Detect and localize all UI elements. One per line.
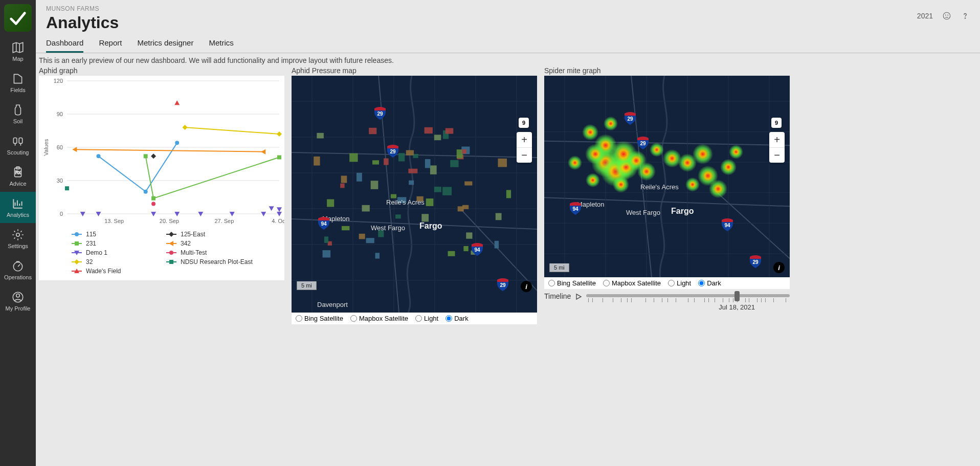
- svg-text:Multi-Test: Multi-Test: [181, 249, 207, 256]
- basemap-option-dark[interactable]: Dark: [698, 279, 721, 287]
- zoom-control: + −: [769, 132, 785, 163]
- svg-rect-98: [340, 184, 344, 188]
- svg-rect-88: [450, 160, 458, 167]
- nav-item-my-profile[interactable]: My Profile: [0, 285, 36, 317]
- nav-item-analytics[interactable]: Analytics: [0, 192, 36, 223]
- svg-point-5: [16, 233, 20, 237]
- svg-rect-103: [323, 250, 331, 257]
- map-info-button[interactable]: i: [521, 281, 532, 292]
- face-icon[interactable]: [942, 11, 951, 20]
- tab-report[interactable]: Report: [99, 38, 122, 53]
- interstate-shield-icon: 29: [373, 106, 387, 120]
- tab-metrics[interactable]: Metrics: [209, 38, 233, 53]
- year-selector[interactable]: 2021: [917, 12, 933, 20]
- interstate-shield-icon: 94: [569, 202, 582, 215]
- interstate-shield-icon: 29: [623, 112, 637, 125]
- svg-point-6: [13, 262, 22, 271]
- svg-text:29: 29: [500, 282, 506, 288]
- tab-metrics-designer[interactable]: Metrics designer: [137, 38, 193, 53]
- basemap-selector: Bing SatelliteMapbox SatelliteLightDark: [544, 277, 790, 289]
- spider-mite-map[interactable]: 9 + − 5 mi i Fargo West Fargo Mapleton R…: [544, 76, 790, 277]
- main: MUNSON FARMS Analytics 2021 DashboardRep…: [36, 0, 980, 466]
- svg-rect-77: [327, 199, 334, 207]
- svg-point-34: [151, 202, 155, 206]
- aphid-map[interactable]: 9 + − 5 mi i Fargo West Fargo Mapleton R…: [292, 76, 537, 313]
- nav-item-soil[interactable]: Soil: [0, 98, 36, 129]
- timeline-track[interactable]: Jul 18, 2021: [586, 291, 790, 309]
- svg-point-164: [729, 145, 743, 159]
- tab-dashboard[interactable]: Dashboard: [46, 38, 83, 53]
- svg-point-11: [948, 15, 948, 15]
- svg-rect-35: [65, 186, 69, 190]
- zoom-out-button[interactable]: −: [769, 147, 785, 163]
- svg-text:29: 29: [627, 116, 633, 122]
- svg-text:29: 29: [390, 149, 396, 154]
- svg-rect-33: [277, 156, 281, 160]
- svg-text:27. Sep: 27. Sep: [214, 218, 234, 224]
- svg-point-12: [965, 18, 965, 18]
- svg-rect-32: [151, 196, 155, 201]
- svg-rect-101: [457, 149, 463, 158]
- svg-rect-102: [341, 176, 347, 183]
- svg-rect-125: [349, 153, 358, 162]
- svg-point-28: [96, 154, 100, 158]
- svg-rect-93: [466, 232, 472, 238]
- svg-rect-81: [430, 165, 437, 174]
- help-icon[interactable]: [961, 11, 970, 20]
- svg-point-10: [945, 15, 946, 15]
- aphid-chart[interactable]: 030609012013. Sep20. Sep27. Sep4. OctVal…: [39, 76, 284, 280]
- timeline-thumb[interactable]: [734, 291, 740, 301]
- basemap-option-mapbox-satellite[interactable]: Mapbox Satellite: [603, 279, 661, 287]
- interstate-shield-icon: 29: [636, 136, 650, 149]
- svg-rect-0: [13, 138, 16, 144]
- svg-text:30: 30: [57, 177, 63, 184]
- nav-item-fields[interactable]: Fields: [0, 67, 36, 98]
- svg-rect-131: [544, 76, 790, 277]
- nav-item-scouting[interactable]: Scouting: [0, 129, 36, 161]
- svg-rect-113: [372, 160, 379, 164]
- svg-text:0: 0: [60, 211, 63, 217]
- svg-rect-79: [366, 238, 374, 243]
- svg-rect-75: [362, 205, 369, 212]
- map-info-button[interactable]: i: [773, 262, 785, 273]
- svg-rect-78: [498, 159, 507, 167]
- zoom-out-button[interactable]: −: [517, 147, 532, 163]
- nav-item-settings[interactable]: Settings: [0, 223, 36, 254]
- svg-rect-40: [75, 241, 79, 246]
- basemap-option-light[interactable]: Light: [415, 315, 438, 322]
- svg-rect-123: [434, 135, 441, 140]
- svg-point-29: [144, 190, 148, 194]
- svg-text:94: 94: [572, 206, 578, 212]
- svg-text:Values: Values: [43, 139, 49, 156]
- basemap-option-bing-satellite[interactable]: Bing Satellite: [296, 315, 343, 322]
- svg-rect-105: [317, 133, 324, 139]
- svg-point-8: [16, 294, 20, 298]
- zoom-in-button[interactable]: +: [517, 132, 532, 147]
- nav-item-map[interactable]: Map: [0, 36, 36, 67]
- zoom-in-button[interactable]: +: [769, 132, 785, 147]
- panel-title: Aphid Pressure map: [292, 66, 537, 75]
- svg-rect-118: [324, 236, 328, 243]
- page-title: Analytics: [46, 13, 970, 32]
- svg-rect-94: [378, 230, 384, 237]
- svg-point-9: [943, 12, 950, 19]
- play-icon[interactable]: [575, 291, 582, 302]
- svg-point-162: [613, 176, 629, 193]
- svg-text:Demo 1: Demo 1: [86, 249, 107, 256]
- basemap-option-bing-satellite[interactable]: Bing Satellite: [548, 279, 596, 287]
- basemap-option-dark[interactable]: Dark: [446, 315, 468, 322]
- svg-rect-91: [357, 173, 362, 182]
- interstate-shield-icon: 29: [386, 144, 399, 158]
- svg-rect-112: [395, 214, 401, 218]
- svg-text:94: 94: [321, 221, 327, 227]
- nav-item-operations[interactable]: Operations: [0, 254, 36, 285]
- app-logo[interactable]: [4, 4, 32, 32]
- svg-rect-84: [406, 150, 414, 156]
- svg-rect-122: [425, 127, 433, 134]
- nav-item-advice[interactable]: RxAdvice: [0, 161, 36, 192]
- svg-text:94: 94: [724, 223, 730, 228]
- basemap-option-light[interactable]: Light: [668, 279, 691, 287]
- svg-point-161: [650, 143, 664, 157]
- basemap-option-mapbox-satellite[interactable]: Mapbox Satellite: [350, 315, 408, 322]
- svg-text:29: 29: [752, 259, 759, 265]
